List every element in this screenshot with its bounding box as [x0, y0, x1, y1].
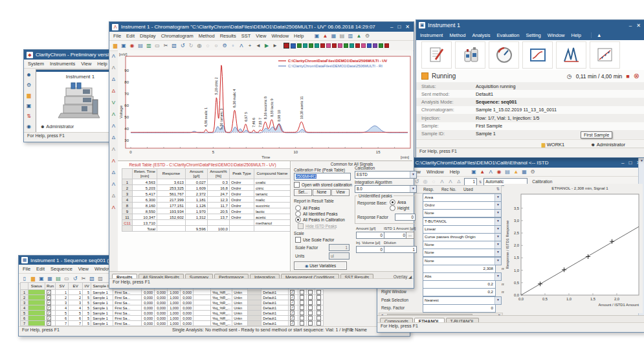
compound-setting-t-butanol[interactable]: T-BUTANOL▼ — [423, 217, 502, 226]
sequence-table[interactable]: StatusRunSVEVI/VSample IDSample1✓115Samp… — [20, 282, 324, 326]
sequence-row[interactable]: 5✓555Sample 1First Sa...0,0000,0001,0000… — [21, 311, 324, 316]
abort-button[interactable]: ⊗ — [634, 72, 639, 80]
sequence-row[interactable]: 2✓225Sample 1First Sa...0,0000,0001,0000… — [21, 295, 324, 300]
none-button[interactable]: None — [313, 189, 331, 196]
integration-tool-icon[interactable]: Δ — [111, 135, 117, 141]
result-column-header[interactable] — [122, 169, 133, 179]
manual-tool-icon[interactable]: Λ — [111, 205, 117, 211]
remove-peak-tool-icon[interactable]: Δ — [111, 88, 117, 94]
first-record-icon[interactable]: ◄ — [255, 43, 261, 49]
table-icon[interactable]: ▦ — [47, 276, 53, 282]
compound-setting-none[interactable]: None▼ — [423, 257, 502, 265]
user-variables-button[interactable]: ◉ User Variables — [294, 261, 347, 270]
user-badge[interactable]: ☻ Administrator — [590, 142, 625, 148]
menu-item-window[interactable]: Window — [271, 33, 289, 39]
negative-peak-tool-icon[interactable]: Λ — [111, 111, 117, 118]
istd-more-button[interactable]: ... — [406, 232, 414, 239]
report-icon[interactable]: ▤ — [137, 43, 144, 49]
menu-item-results[interactable]: Results — [220, 33, 236, 39]
compound-setting-curve-passes-through-origin[interactable]: Curve passes through Origin▼ — [423, 233, 502, 241]
set-button[interactable]: Set... — [294, 189, 312, 196]
save-icon[interactable]: ▣ — [120, 43, 127, 49]
sequence-column-header[interactable]: SV — [56, 283, 69, 290]
integration-algorithm-select[interactable]: 8.0▼ — [355, 185, 417, 193]
compound-setting-right-window[interactable]: 0,2 — [423, 288, 496, 296]
menu-item-edit[interactable]: Edit — [126, 33, 135, 39]
signal-color-swatch[interactable] — [384, 43, 389, 48]
signal-color-swatch[interactable] — [350, 43, 354, 48]
minimize-icon[interactable]: – — [621, 160, 624, 166]
calculation-select[interactable]: ESTD▼ — [355, 171, 417, 179]
print-icon[interactable]: ▭ — [154, 43, 161, 49]
all-peaks-in-calibration-radio[interactable]: All Peaks in Calibration — [295, 217, 345, 223]
cut-icon[interactable]: ✂ — [162, 43, 169, 49]
compound-setting-2,308[interactable]: 2,308 — [423, 265, 496, 273]
menu-item-analysis[interactable]: Analysis — [472, 32, 490, 38]
open-stored-checkbox[interactable]: Open with stored calibration — [294, 182, 352, 188]
about-icon[interactable]: ◉ — [26, 124, 32, 130]
paste-icon[interactable]: ▨ — [97, 276, 104, 282]
compound-setting-abs[interactable]: Abs▼ — [423, 272, 502, 281]
export-data-icon[interactable]: ▤ — [339, 33, 346, 39]
signal-color-swatch[interactable] — [379, 43, 383, 48]
overlay-button[interactable]: Overlay ◢ — [394, 274, 412, 279]
signal-color-swatch[interactable] — [344, 43, 348, 48]
menu-item-sst[interactable]: SST — [241, 33, 251, 39]
signal-color-swatch[interactable] — [283, 43, 289, 49]
result-column-header[interactable]: Response — [157, 169, 186, 179]
menu-item-window[interactable]: Window — [548, 32, 565, 38]
menu-item-edit[interactable]: Edit — [36, 266, 45, 272]
unzoom-icon[interactable]: ○ — [213, 43, 219, 49]
menu-item-evaluation[interactable]: Evaluation — [496, 32, 519, 38]
menu-item-view[interactable]: View — [256, 33, 266, 39]
baseline-tool-icon[interactable]: Λ — [111, 123, 117, 129]
instrument-titlebar[interactable]: ▣ Instrument 1 –✕ — [416, 20, 644, 30]
minimize-icon[interactable]: – — [629, 23, 632, 28]
reject-tool-icon[interactable]: Λ — [111, 181, 117, 188]
result-table-row[interactable]: Total9,596100,0 — [122, 226, 291, 232]
settings-gear-icon[interactable]: ⚙ — [364, 33, 371, 39]
cut-peak-tool-icon[interactable]: Λ — [111, 146, 117, 153]
compound-setting-peak-selection[interactable]: Nearest▼ — [423, 296, 502, 305]
device-monitor-button[interactable] — [455, 41, 485, 69]
save-sequence-icon[interactable]: ▣ — [38, 276, 45, 282]
calibration-mode-label[interactable]: Calibration — [532, 179, 552, 184]
signal-color-swatch[interactable] — [320, 43, 325, 48]
menu-item-instruments[interactable]: Instruments — [50, 61, 75, 67]
calibration-curve-plot[interactable]: ETHANOL - 2,308 min, Signal 10,00,51,01,… — [504, 184, 643, 313]
stop-button[interactable]: ■ — [626, 73, 629, 80]
area-radio[interactable]: Area — [390, 199, 406, 205]
menu-item-help[interactable]: Help — [294, 33, 304, 39]
signal-color-swatch[interactable] — [332, 43, 337, 48]
calibration-button[interactable] — [590, 41, 620, 69]
sequence-column-header[interactable]: I/V — [83, 283, 91, 290]
signal-color-swatch[interactable] — [367, 43, 372, 48]
calibration-file-input[interactable]: 2506MHR1 — [294, 173, 351, 181]
redo-icon[interactable]: ↻ — [188, 43, 194, 49]
peak-tool-icon[interactable]: Λ — [238, 43, 245, 49]
add-peak-tool-icon[interactable]: Δ — [111, 76, 117, 83]
signal-color-swatch[interactable] — [355, 43, 360, 48]
menu-item-file[interactable]: File — [23, 266, 30, 272]
upload-icon[interactable]: ▲ — [513, 169, 519, 175]
signal-color-swatch[interactable] — [373, 43, 377, 48]
copy-icon[interactable]: ▧ — [89, 276, 95, 282]
result-table-row[interactable]: 46,300217,3991,18112,3Ordnrmalic — [122, 197, 291, 203]
chromatogram-titlebar[interactable]: Λ Instrument 1 - Chromatogram "C:\Clarit… — [109, 22, 414, 32]
overlay-windows-icon[interactable]: ▣ — [314, 33, 320, 39]
result-table-row[interactable]: 98,550193,9341,97020,5Ordnrlactic — [122, 208, 291, 214]
method-setup-button[interactable] — [421, 41, 452, 69]
wrench-icon[interactable]: ⚙ — [221, 43, 228, 49]
amount-input[interactable]: 0 — [356, 232, 384, 239]
accept-tool-icon[interactable]: Δ — [111, 193, 117, 199]
result-table-row[interactable]: C1113,710methanol — [122, 220, 291, 226]
maximize-icon[interactable]: □ — [628, 160, 632, 166]
menu-item-method[interactable]: Method — [199, 33, 215, 39]
signals-icon[interactable]: ▲ — [322, 33, 329, 39]
upload-icon[interactable]: ▲ — [356, 33, 362, 39]
menu-item-chromatogram[interactable]: Chromatogram — [161, 33, 194, 39]
result-table-row[interactable]: 25,203253,3251,60916,8Ordnrcitric — [122, 185, 291, 191]
open-sequence-icon[interactable]: ▆ — [30, 276, 36, 282]
result-column-header[interactable]: Compound Name — [254, 169, 291, 179]
menu-item-system[interactable]: System — [28, 61, 44, 67]
